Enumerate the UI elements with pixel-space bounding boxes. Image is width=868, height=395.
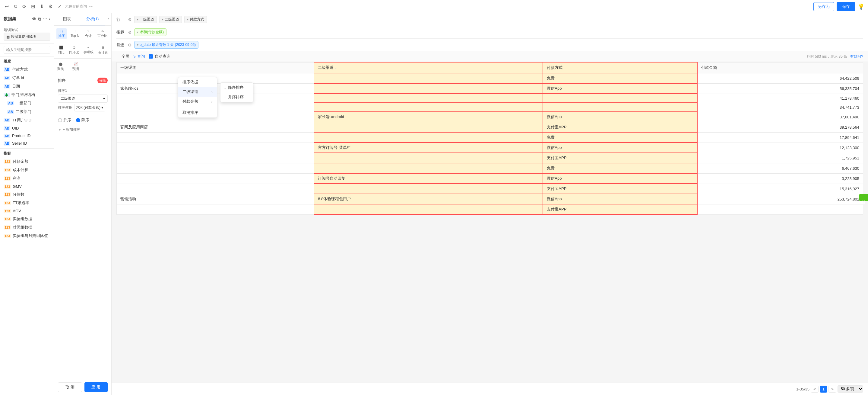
- col-header-一级渠道[interactable]: 一级渠道: [117, 62, 314, 73]
- context-menu-item-付款金额[interactable]: 付款金额 ›: [178, 96, 217, 106]
- search-input[interactable]: [4, 46, 50, 54]
- tab-chart[interactable]: 图表: [54, 13, 80, 25]
- copy-icon[interactable]: ⧉: [38, 17, 41, 22]
- metric-item-实验组与对照组比值[interactable]: 123 实验组与对照组比值: [0, 232, 54, 240]
- tab-collapse[interactable]: ›: [105, 13, 111, 25]
- auto-query-checkbox[interactable]: ✓: [149, 54, 153, 59]
- query-button[interactable]: ▷ 查询: [133, 54, 145, 59]
- predict-label: 预测: [72, 67, 79, 71]
- dim-label: 部门层级结构: [11, 92, 35, 97]
- feedback-button[interactable]: 反馈: [859, 194, 868, 201]
- cell-col4: 39,278,564: [697, 122, 863, 132]
- row-pill-付款方式[interactable]: ▾ 付款方式: [184, 16, 207, 23]
- tab-compare[interactable]: ⬛ 对比: [56, 45, 66, 56]
- fullscreen-button[interactable]: ⛶ 全屏: [116, 54, 129, 59]
- save-alt-button[interactable]: 另存为: [813, 2, 834, 11]
- metric-item-付款金额[interactable]: 123 付款金额: [0, 157, 54, 166]
- more-icon[interactable]: ⋯: [43, 17, 47, 22]
- tab-tablecalc[interactable]: ⊞ 表计算: [96, 45, 110, 56]
- cell-col3: 支付宝APP: [543, 153, 697, 163]
- dim-item-TT用户UID[interactable]: AB TT用户UID: [0, 116, 54, 124]
- remove-tag[interactable]: 移除: [97, 78, 108, 83]
- arrow-right-icon: ›: [211, 100, 213, 104]
- next-page-button[interactable]: >: [829, 386, 836, 393]
- cancel-button[interactable]: 取 消: [58, 382, 82, 392]
- cell-col3: [543, 103, 697, 112]
- col-header-二级渠道[interactable]: 二级渠道 ↓: [314, 62, 543, 73]
- desc-radio[interactable]: 降序: [76, 117, 89, 123]
- tab-analysis[interactable]: 分析(1): [80, 13, 105, 25]
- tab-refline[interactable]: ≡ 参考线: [82, 45, 95, 56]
- row-gear-icon[interactable]: ⚙: [128, 17, 132, 22]
- sub-menu-item-降序[interactable]: ↓ 降序排序: [220, 83, 253, 92]
- tab-sort[interactable]: ↑↓ 排序: [56, 28, 67, 39]
- dim-item-ProductID[interactable]: AB Product ID: [0, 132, 54, 140]
- tab-percent[interactable]: % 百分比: [96, 28, 109, 39]
- pill-label: 求和(付款金额): [140, 30, 164, 35]
- context-menu-item-取消排序[interactable]: 取消排序: [178, 108, 217, 117]
- cell-col2: 官方订阅号-菜单栏: [314, 143, 543, 153]
- settings-button[interactable]: ⚙: [48, 2, 54, 10]
- metric-item-TT渗透率[interactable]: 123 TT渗透率: [0, 199, 54, 207]
- metric-pill[interactable]: ▾ 求和(付款金额): [134, 28, 166, 36]
- sub-menu-item-升序[interactable]: ↑ 升序排序: [220, 92, 253, 102]
- tab-topn[interactable]: ⊤ Top N: [69, 28, 81, 39]
- redo-button[interactable]: ↻: [12, 2, 19, 10]
- dim-label: TT用户UID: [12, 117, 31, 123]
- sort1-select[interactable]: 二级渠道 ▾: [58, 94, 108, 103]
- dim-item-日期[interactable]: AB 日期: [0, 82, 54, 91]
- dim-label: 一级部门: [16, 101, 31, 106]
- filter-pill[interactable]: ▾ p_date 最近有数 1 天 (2023-09-06): [134, 41, 198, 49]
- metric-item-分位数[interactable]: 123 分位数: [0, 190, 54, 199]
- context-menu-item-二级渠道[interactable]: 二级渠道 ›: [178, 87, 217, 96]
- topn-icon: ⊤: [73, 29, 76, 33]
- dataset-btn[interactable]: ▦ 数据集使用说明: [4, 33, 50, 41]
- apply-button[interactable]: 应 用: [85, 382, 108, 392]
- metric-item-利润[interactable]: 123 利润: [0, 174, 54, 183]
- metric-item-实验组数据[interactable]: 123 实验组数据: [0, 215, 54, 223]
- dim-item-订单id[interactable]: AB 订单 id: [0, 74, 54, 82]
- asc-label: 升序: [63, 117, 71, 123]
- context-menu-item-排序依据[interactable]: 排序依据: [178, 77, 217, 87]
- add-sort-button[interactable]: ＋ + 添加排序: [54, 125, 111, 134]
- dim-item-SellerID[interactable]: AB Seller ID: [0, 140, 54, 147]
- dim-item-部门层级结构[interactable]: 🌲 部门层级结构: [0, 91, 54, 99]
- undo-button[interactable]: ↩: [4, 2, 10, 10]
- metric-item-GMV[interactable]: 123 GMV: [0, 183, 54, 190]
- lightbulb-icon[interactable]: 💡: [858, 3, 864, 10]
- metric-item-成本计算[interactable]: 123 成本计算: [0, 166, 54, 174]
- collapse-icon[interactable]: ‹: [49, 17, 50, 22]
- cell-col4: 56,335,704: [697, 83, 863, 94]
- refresh-button[interactable]: ⟳: [21, 2, 27, 10]
- verify-button[interactable]: ✓: [56, 2, 63, 10]
- filter-gear-icon[interactable]: ⚙: [128, 43, 132, 48]
- query-label: 查询: [137, 54, 145, 59]
- col-header-付款金额[interactable]: 付款金额: [697, 62, 863, 73]
- dim-item-UID[interactable]: AB UID: [0, 124, 54, 132]
- table-icon-button[interactable]: ⊞: [30, 2, 36, 10]
- row-pill-一级渠道[interactable]: ▾ 一级渠道: [134, 16, 157, 23]
- tab-total[interactable]: Σ 合计: [83, 28, 93, 39]
- dim-item-二级部门[interactable]: AB 二级部门: [0, 108, 54, 116]
- download-button[interactable]: ⬇: [39, 2, 45, 10]
- help-link[interactable]: 有疑问?: [850, 54, 863, 59]
- prev-page-button[interactable]: <: [811, 386, 818, 393]
- metrics-label: 指标: [0, 148, 54, 157]
- tab-yoy[interactable]: ⊙ 同环比: [67, 45, 81, 56]
- dim-item-付款方式[interactable]: AB 付款方式: [0, 65, 54, 74]
- sort-header: 排序 移除: [54, 75, 111, 86]
- current-page-button[interactable]: 1: [820, 386, 827, 393]
- page-size-select[interactable]: 50 条/页 100 条/页: [838, 385, 863, 393]
- metric-item-对照组数据[interactable]: 123 对照组数据: [0, 223, 54, 232]
- eye-icon[interactable]: 👁: [32, 17, 36, 22]
- save-button[interactable]: 保存: [837, 2, 855, 11]
- sort-dep-select[interactable]: 求和(付款金额) ▾: [74, 104, 105, 111]
- metric-item-AOV[interactable]: 123 AOV: [0, 207, 54, 215]
- row-pill-二级渠道[interactable]: ▾ 二级渠道: [159, 16, 182, 23]
- asc-radio[interactable]: 升序: [58, 117, 71, 123]
- metric-gear-icon[interactable]: ⚙: [128, 30, 132, 35]
- dim-item-一级部门[interactable]: AB 一级部门: [0, 99, 54, 108]
- tab-cluster[interactable]: ⬤ 聚类: [56, 61, 66, 73]
- tab-predict[interactable]: 📈 预测: [70, 61, 81, 73]
- col-header-付款方式[interactable]: 付款方式: [543, 62, 697, 73]
